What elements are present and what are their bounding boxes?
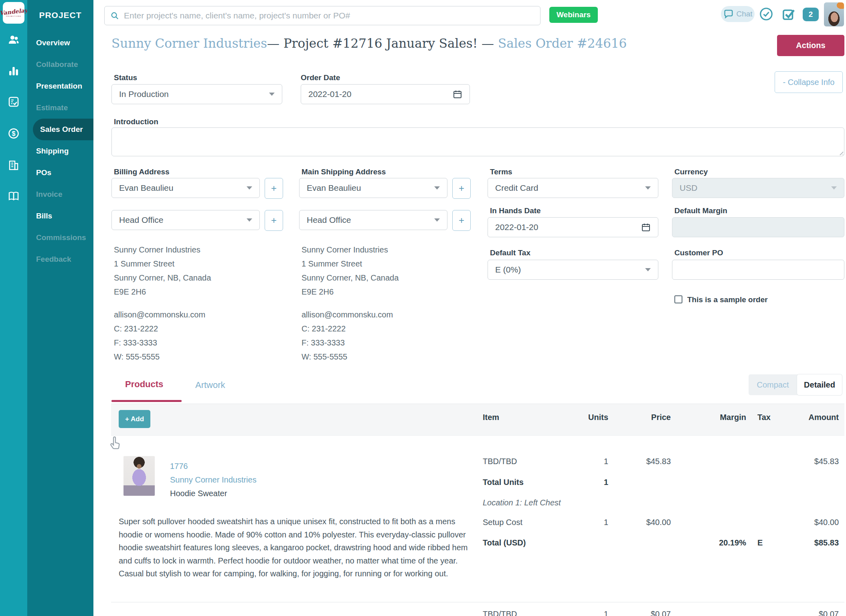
tab-products[interactable]: Products [125, 379, 163, 390]
col-tax: Tax [749, 413, 785, 422]
sample-order-checkbox[interactable] [674, 295, 682, 303]
reports-icon[interactable] [7, 64, 20, 78]
svg-text:$: $ [12, 130, 16, 137]
user-avatar[interactable] [824, 2, 844, 26]
chevron-down-icon [645, 268, 651, 271]
sidebar-item-invoice[interactable]: Invoice [27, 184, 93, 205]
chevron-down-icon [434, 186, 440, 190]
search-input[interactable] [123, 10, 534, 21]
app-sidebar-strip: Vandelay PROMOTIONS $ [0, 0, 27, 616]
table-row-location: Location 1: Left Chest [483, 498, 844, 507]
col-price: Price [610, 413, 674, 422]
client-link[interactable]: Sunny Corner Industries [111, 36, 267, 50]
table-row-total: Total (USD)20.19%E$85.83 [483, 538, 844, 547]
detailed-view-button[interactable]: Detailed [797, 374, 842, 395]
companies-icon[interactable] [7, 158, 20, 172]
sidebar-item-sales-order[interactable]: Sales Order [33, 119, 93, 140]
webinars-button[interactable]: Webinars [549, 7, 598, 23]
shipping-address-text: Sunny Corner Industries1 Summer Street S… [302, 243, 399, 299]
chevron-down-icon [269, 93, 275, 96]
sidebar-item-presentation[interactable]: Presentation [27, 75, 93, 97]
terms-select[interactable]: Credit Card [488, 178, 658, 198]
active-tab-underline [111, 400, 182, 402]
chevron-down-icon [831, 186, 837, 190]
calendar-icon [641, 222, 651, 232]
add-billing-address-button[interactable]: + [265, 210, 283, 231]
actions-button[interactable]: Actions [777, 35, 844, 56]
resize-handle-icon[interactable] [838, 150, 843, 155]
order-date-label: Order Date [301, 73, 340, 82]
status-select[interactable]: In Production [111, 84, 282, 104]
order-date-input[interactable]: 2022-01-20 [301, 84, 470, 104]
task-check-icon[interactable] [781, 6, 796, 22]
shipping-contact-select[interactable]: Evan Beaulieu [299, 178, 447, 198]
chevron-down-icon [247, 186, 252, 190]
in-hands-date-input[interactable]: 2022-01-20 [488, 217, 658, 237]
page-title: Sunny Corner Industries— Project #12716 … [111, 36, 627, 50]
view-toggle: Compact Detailed [749, 374, 842, 395]
col-units: Units [585, 413, 610, 422]
product-description: Super soft pullover hooded sweatshirt ha… [119, 515, 480, 580]
product-sku-link[interactable]: 1776 [170, 462, 188, 471]
contacts-icon[interactable] [7, 33, 20, 46]
chat-bubble-icon [723, 8, 734, 20]
billing-location-select[interactable]: Head Office [111, 210, 260, 230]
add-product-button[interactable]: + Add [119, 410, 150, 428]
add-shipping-contact-button[interactable]: + [452, 178, 471, 199]
sidebar-item-collaborate[interactable]: Collaborate [27, 54, 93, 75]
currency-select: USD [672, 178, 844, 198]
tasks-icon[interactable] [7, 95, 20, 109]
clock-icon[interactable] [759, 6, 774, 22]
sidebar-item-bills[interactable]: Bills [27, 205, 93, 227]
tab-artwork[interactable]: Artwork [195, 380, 225, 390]
nav-title: PROJECT [27, 10, 93, 20]
default-margin-input [672, 217, 844, 237]
notification-badge[interactable]: 2 [803, 8, 819, 21]
col-amount: Amount [785, 413, 844, 422]
table-row-total-units: Total Units1 [483, 478, 844, 487]
billing-address-text: Sunny Corner Industries1 Summer Street S… [114, 243, 211, 299]
chevron-down-icon [434, 218, 440, 222]
table-row-setup-cost: Setup Cost1$40.00$40.00 [483, 518, 844, 527]
sample-order-label: This is a sample order [687, 295, 768, 304]
add-billing-contact-button[interactable]: + [265, 178, 283, 199]
table-row: TBD/TBD1$45.83$45.83 [483, 457, 844, 466]
compact-view-button[interactable]: Compact [749, 374, 797, 395]
customer-po-input[interactable] [672, 260, 844, 280]
sidebar-item-commissions[interactable]: Commissions [27, 227, 93, 248]
product-client-link[interactable]: Sunny Corner Industries [170, 475, 257, 485]
in-hands-date-label: In Hands Date [490, 206, 541, 215]
sidebar-item-feedback[interactable]: Feedback [27, 248, 93, 270]
sidebar-item-shipping[interactable]: Shipping [27, 140, 93, 162]
introduction-label: Introduction [114, 117, 158, 126]
sidebar-item-estimate[interactable]: Estimate [27, 97, 93, 119]
table-header-row: Item Units Price Margin Tax Amount [483, 413, 844, 422]
chat-button[interactable]: Chat [721, 6, 755, 22]
collapse-info-button[interactable]: - Collapse Info [775, 71, 843, 93]
billing-contact-select[interactable]: Evan Beaulieu [111, 178, 260, 198]
add-shipping-address-button[interactable]: + [452, 210, 471, 231]
finance-icon[interactable]: $ [7, 127, 20, 140]
hand-cursor-icon [107, 434, 124, 451]
col-margin: Margin [674, 413, 749, 422]
chat-label: Chat [736, 10, 752, 18]
shipping-contact-text: allison@commonsku.comC: 231-2222 F: 333-… [302, 308, 393, 364]
table-row-next: TBD/TBD1$0.07$0.07 [483, 610, 844, 616]
project-search [104, 6, 540, 25]
default-tax-select[interactable]: E (0%) [488, 260, 658, 280]
calendar-icon [453, 89, 462, 99]
default-tax-label: Default Tax [490, 248, 530, 257]
introduction-textarea[interactable] [111, 127, 844, 156]
chevron-down-icon [247, 218, 252, 222]
sales-order-link[interactable]: Sales Order #24616 [498, 36, 627, 50]
product-image[interactable] [123, 456, 155, 496]
shipping-location-select[interactable]: Head Office [299, 210, 447, 230]
terms-label: Terms [490, 168, 512, 176]
resources-icon[interactable] [7, 189, 20, 203]
sidebar-item-pos[interactable]: POs [27, 162, 93, 184]
row-divider [111, 602, 844, 602]
plus-icon: + [125, 415, 129, 423]
col-item: Item [483, 413, 585, 422]
vandelay-logo[interactable]: Vandelay PROMOTIONS [3, 2, 24, 24]
sidebar-item-overview[interactable]: Overview [27, 32, 93, 54]
